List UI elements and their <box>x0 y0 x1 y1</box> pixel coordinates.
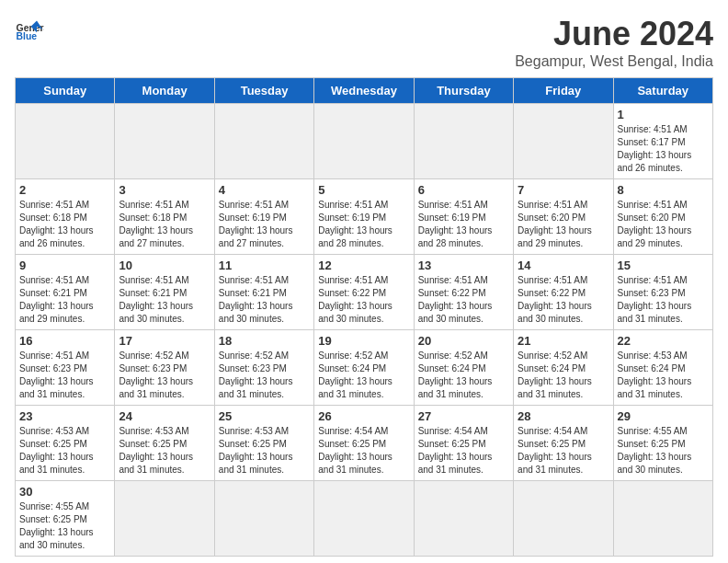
day-number: 10 <box>119 259 210 272</box>
calendar-cell: 30Sunrise: 4:55 AM Sunset: 6:25 PM Dayli… <box>16 481 115 557</box>
calendar-cell: 22Sunrise: 4:53 AM Sunset: 6:24 PM Dayli… <box>613 330 712 406</box>
calendar-cell <box>514 481 613 557</box>
day-number: 9 <box>19 259 110 272</box>
calendar-cell <box>514 104 613 179</box>
col-header-friday: Friday <box>514 78 613 104</box>
header-row: SundayMondayTuesdayWednesdayThursdayFrid… <box>16 78 713 104</box>
cell-info: Sunrise: 4:52 AM Sunset: 6:24 PM Dayligh… <box>518 350 609 401</box>
cell-info: Sunrise: 4:51 AM Sunset: 6:20 PM Dayligh… <box>518 199 609 250</box>
cell-info: Sunrise: 4:51 AM Sunset: 6:19 PM Dayligh… <box>418 199 509 250</box>
calendar-cell <box>16 104 115 179</box>
day-number: 21 <box>518 334 609 348</box>
cell-info: Sunrise: 4:55 AM Sunset: 6:25 PM Dayligh… <box>19 500 110 552</box>
calendar-cell: 5Sunrise: 4:51 AM Sunset: 6:19 PM Daylig… <box>314 179 414 255</box>
calendar-cell: 8Sunrise: 4:51 AM Sunset: 6:20 PM Daylig… <box>613 179 712 255</box>
day-number: 5 <box>318 183 409 197</box>
calendar-cell: 2Sunrise: 4:51 AM Sunset: 6:18 PM Daylig… <box>16 179 115 255</box>
logo-svg: General Blue <box>15 15 44 44</box>
day-number: 14 <box>518 259 609 272</box>
calendar-cell: 15Sunrise: 4:51 AM Sunset: 6:23 PM Dayli… <box>613 255 712 330</box>
cell-info: Sunrise: 4:55 AM Sunset: 6:25 PM Dayligh… <box>618 425 709 477</box>
location-subtitle: Begampur, West Bengal, India <box>515 53 713 70</box>
calendar-cell: 14Sunrise: 4:51 AM Sunset: 6:22 PM Dayli… <box>514 255 613 330</box>
calendar-cell: 28Sunrise: 4:54 AM Sunset: 6:25 PM Dayli… <box>514 406 613 481</box>
cell-info: Sunrise: 4:51 AM Sunset: 6:21 PM Dayligh… <box>19 274 110 326</box>
day-number: 11 <box>219 259 310 272</box>
cell-info: Sunrise: 4:51 AM Sunset: 6:18 PM Dayligh… <box>119 199 210 250</box>
calendar-cell: 27Sunrise: 4:54 AM Sunset: 6:25 PM Dayli… <box>414 406 513 481</box>
calendar-cell <box>314 481 414 557</box>
day-number: 2 <box>19 183 110 197</box>
svg-text:Blue: Blue <box>17 31 38 41</box>
day-number: 1 <box>618 108 709 121</box>
calendar-cell: 18Sunrise: 4:52 AM Sunset: 6:23 PM Dayli… <box>214 330 313 406</box>
col-header-sunday: Sunday <box>16 78 115 104</box>
calendar-cell <box>414 104 513 179</box>
cell-info: Sunrise: 4:51 AM Sunset: 6:23 PM Dayligh… <box>19 350 110 401</box>
month-title: June 2024 <box>515 15 713 53</box>
cell-info: Sunrise: 4:52 AM Sunset: 6:24 PM Dayligh… <box>418 350 509 401</box>
day-number: 26 <box>318 409 409 423</box>
calendar-cell: 13Sunrise: 4:51 AM Sunset: 6:22 PM Dayli… <box>414 255 513 330</box>
day-number: 3 <box>119 183 210 197</box>
calendar-cell: 10Sunrise: 4:51 AM Sunset: 6:21 PM Dayli… <box>115 255 214 330</box>
day-number: 8 <box>618 183 709 197</box>
cell-info: Sunrise: 4:51 AM Sunset: 6:19 PM Dayligh… <box>219 199 310 250</box>
day-number: 18 <box>219 334 310 348</box>
cell-info: Sunrise: 4:54 AM Sunset: 6:25 PM Dayligh… <box>318 425 409 477</box>
calendar-cell <box>214 481 313 557</box>
cell-info: Sunrise: 4:53 AM Sunset: 6:24 PM Dayligh… <box>618 350 709 401</box>
cell-info: Sunrise: 4:53 AM Sunset: 6:25 PM Dayligh… <box>19 425 110 477</box>
day-number: 6 <box>418 183 509 197</box>
cell-info: Sunrise: 4:51 AM Sunset: 6:23 PM Dayligh… <box>618 274 709 326</box>
calendar-table: SundayMondayTuesdayWednesdayThursdayFrid… <box>15 77 713 557</box>
calendar-cell: 24Sunrise: 4:53 AM Sunset: 6:25 PM Dayli… <box>115 406 214 481</box>
cell-info: Sunrise: 4:51 AM Sunset: 6:17 PM Dayligh… <box>618 123 709 175</box>
calendar-cell: 6Sunrise: 4:51 AM Sunset: 6:19 PM Daylig… <box>414 179 513 255</box>
day-number: 23 <box>19 409 110 423</box>
day-number: 29 <box>618 409 709 423</box>
day-number: 13 <box>418 259 509 272</box>
calendar-cell: 20Sunrise: 4:52 AM Sunset: 6:24 PM Dayli… <box>414 330 513 406</box>
day-number: 7 <box>518 183 609 197</box>
cell-info: Sunrise: 4:51 AM Sunset: 6:18 PM Dayligh… <box>19 199 110 250</box>
week-row-5: 23Sunrise: 4:53 AM Sunset: 6:25 PM Dayli… <box>16 406 713 481</box>
calendar-cell: 25Sunrise: 4:53 AM Sunset: 6:25 PM Dayli… <box>214 406 313 481</box>
calendar-cell <box>314 104 414 179</box>
day-number: 12 <box>318 259 409 272</box>
calendar-cell: 4Sunrise: 4:51 AM Sunset: 6:19 PM Daylig… <box>214 179 313 255</box>
day-number: 4 <box>219 183 310 197</box>
calendar-cell <box>214 104 313 179</box>
cell-info: Sunrise: 4:54 AM Sunset: 6:25 PM Dayligh… <box>518 425 609 477</box>
day-number: 16 <box>19 334 110 348</box>
day-number: 28 <box>518 409 609 423</box>
logo: General Blue <box>15 15 44 44</box>
week-row-3: 9Sunrise: 4:51 AM Sunset: 6:21 PM Daylig… <box>16 255 713 330</box>
col-header-tuesday: Tuesday <box>214 78 313 104</box>
day-number: 25 <box>219 409 310 423</box>
cell-info: Sunrise: 4:52 AM Sunset: 6:24 PM Dayligh… <box>318 350 409 401</box>
cell-info: Sunrise: 4:51 AM Sunset: 6:22 PM Dayligh… <box>518 274 609 326</box>
day-number: 22 <box>618 334 709 348</box>
cell-info: Sunrise: 4:53 AM Sunset: 6:25 PM Dayligh… <box>219 425 310 477</box>
calendar-cell: 12Sunrise: 4:51 AM Sunset: 6:22 PM Dayli… <box>314 255 414 330</box>
week-row-6: 30Sunrise: 4:55 AM Sunset: 6:25 PM Dayli… <box>16 481 713 557</box>
day-number: 27 <box>418 409 509 423</box>
calendar-cell: 16Sunrise: 4:51 AM Sunset: 6:23 PM Dayli… <box>16 330 115 406</box>
calendar-cell <box>613 481 712 557</box>
calendar-cell: 23Sunrise: 4:53 AM Sunset: 6:25 PM Dayli… <box>16 406 115 481</box>
cell-info: Sunrise: 4:52 AM Sunset: 6:23 PM Dayligh… <box>119 350 210 401</box>
title-block: June 2024 Begampur, West Bengal, India <box>515 15 713 70</box>
calendar-cell <box>115 104 214 179</box>
calendar-cell: 1Sunrise: 4:51 AM Sunset: 6:17 PM Daylig… <box>613 104 712 179</box>
col-header-wednesday: Wednesday <box>314 78 414 104</box>
day-number: 15 <box>618 259 709 272</box>
cell-info: Sunrise: 4:51 AM Sunset: 6:22 PM Dayligh… <box>318 274 409 326</box>
calendar-cell <box>115 481 214 557</box>
calendar-cell: 9Sunrise: 4:51 AM Sunset: 6:21 PM Daylig… <box>16 255 115 330</box>
cell-info: Sunrise: 4:53 AM Sunset: 6:25 PM Dayligh… <box>119 425 210 477</box>
cell-info: Sunrise: 4:54 AM Sunset: 6:25 PM Dayligh… <box>418 425 509 477</box>
day-number: 24 <box>119 409 210 423</box>
col-header-saturday: Saturday <box>613 78 712 104</box>
calendar-cell: 21Sunrise: 4:52 AM Sunset: 6:24 PM Dayli… <box>514 330 613 406</box>
